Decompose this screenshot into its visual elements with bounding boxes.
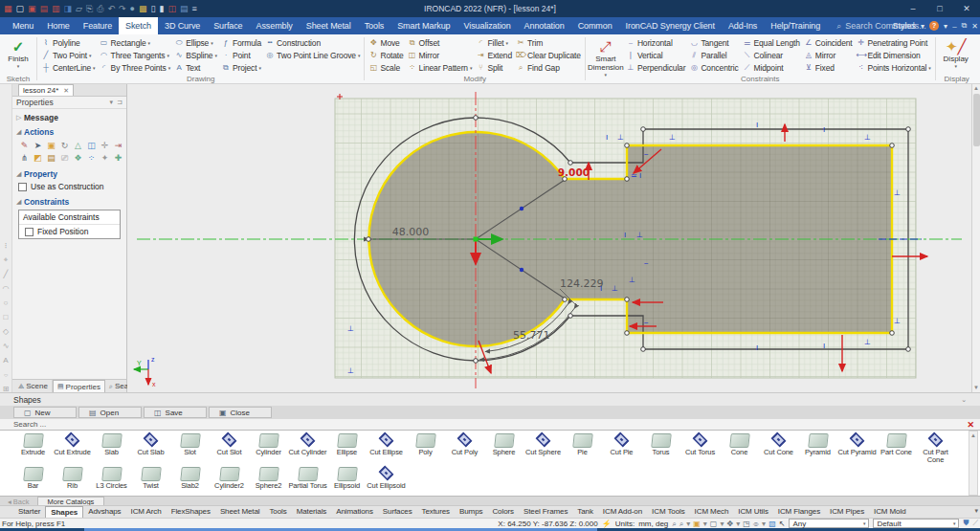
catalog-item-cut-part-cone[interactable]: Cut Part Cone xyxy=(916,431,955,464)
catalog-tab-animations[interactable]: Animations xyxy=(331,506,378,518)
ribbon-item-extend[interactable]: ⇥Extend xyxy=(474,49,514,61)
dimension-9[interactable]: 9.000 xyxy=(558,166,590,178)
catalog-item-cut-ellipse[interactable]: Cut Ellipse xyxy=(367,431,406,464)
ribbon-item-scale[interactable]: ◱Scale xyxy=(367,61,405,74)
catalog-scrollbar[interactable]: ▲ xyxy=(969,431,978,496)
pin-icon[interactable]: ⊐ xyxy=(117,99,122,106)
ribbon-item-text[interactable]: AText xyxy=(172,61,219,74)
strip-tool-icon[interactable]: ⌔ xyxy=(4,371,9,379)
qat-icon[interactable]: ◫ xyxy=(167,4,176,13)
qat-icon[interactable]: ▦ xyxy=(4,4,12,13)
strip-tool-icon[interactable]: ╱ xyxy=(4,271,9,278)
ribbon-item-edit-dimension[interactable]: ⟷Edit Dimension xyxy=(855,49,933,61)
catalog-item-poly[interactable]: Poly xyxy=(406,431,445,464)
action-icon[interactable]: ▤ xyxy=(45,152,57,164)
catalog-item-slab[interactable]: Slab xyxy=(92,431,131,464)
ribbon-item-colinear[interactable]: ⟍Colinear xyxy=(741,49,802,61)
ribbon-item-project[interactable]: ⧉Project▾ xyxy=(219,61,263,74)
chevron-down-icon[interactable]: ▾ xyxy=(110,99,114,106)
ribbon-item-parallel[interactable]: ⫽Parallel xyxy=(687,49,740,61)
ribbon-item-points-horizontal[interactable]: ⁖Points Horizontal▾ xyxy=(855,61,933,74)
action-icon[interactable]: ✛ xyxy=(99,140,111,151)
catalog-item-cut-sphere[interactable]: Cut Sphere xyxy=(523,431,563,464)
ribbon-item-tangent[interactable]: ◡Tangent xyxy=(687,36,740,49)
sketch-canvas[interactable]: 48.000 124.229 55.771 9.000 xyxy=(127,84,971,392)
catalog-tab-icm-utils[interactable]: ICM Utils xyxy=(733,506,773,518)
doc-minimize-icon[interactable]: – xyxy=(952,22,956,31)
catalog-item-cut-extrude[interactable]: Cut Extrude xyxy=(53,431,92,464)
catalog-tab-surfaces[interactable]: Surfaces xyxy=(378,506,417,518)
status-icon[interactable]: ▣ xyxy=(693,520,701,528)
tab-home[interactable]: Home xyxy=(40,17,77,34)
catalog-item-pyramid[interactable]: Pyramid xyxy=(798,431,837,464)
action-icon[interactable]: ◫ xyxy=(85,140,98,151)
catalog-tab-icm-mech[interactable]: ICM Mech xyxy=(690,506,734,518)
ribbon-item-by-three-points[interactable]: ◜By Three Points▾ xyxy=(98,61,173,74)
tab-add-ins[interactable]: Add-Ins xyxy=(722,17,764,34)
ribbon-item-construction[interactable]: ╍Construction xyxy=(263,36,362,49)
ribbon-item-mirror[interactable]: ◫Mirror xyxy=(406,49,475,61)
ribbon-item-penetrating-point[interactable]: ✛Penetrating Point xyxy=(855,36,933,49)
ribbon-item-fillet[interactable]: ◜Fillet▾ xyxy=(474,36,514,49)
catalog-tab-tank[interactable]: Tank xyxy=(572,506,598,518)
qat-icon[interactable]: ↷ xyxy=(119,4,126,13)
action-icon[interactable]: ⎚ xyxy=(58,152,71,164)
ribbon-item-two-point-line-groove[interactable]: ◎Two Point Line Groove▾ xyxy=(263,49,362,61)
ribbon-item-point[interactable]: ·Point xyxy=(219,49,263,61)
styles-caret-icon[interactable]: ▾ xyxy=(921,22,924,31)
close-button[interactable]: ▣Close xyxy=(209,407,272,418)
help-caret-icon[interactable]: ▾ xyxy=(944,22,947,31)
ribbon-item-three-tangents[interactable]: ◠Three Tangents▾ xyxy=(98,49,173,61)
ribbon-item-linear-pattern[interactable]: ⁘Linear Pattern▾ xyxy=(406,61,475,74)
qat-icon[interactable]: ▣ xyxy=(28,4,36,13)
canvas-scrollbar[interactable]: ▲ ▼ xyxy=(971,84,980,392)
tab-menu[interactable]: Menu xyxy=(6,17,40,34)
catalog-tab-icm-arch[interactable]: ICM Arch xyxy=(126,506,167,518)
status-icon[interactable]: ▾ xyxy=(686,520,690,528)
status-icon[interactable]: ▾ xyxy=(720,520,724,528)
scroll-up-icon[interactable]: ▲ xyxy=(972,84,980,93)
open-button[interactable]: ▤Open xyxy=(78,407,142,418)
panel-tab-properties[interactable]: ▤Properties xyxy=(53,380,105,392)
catalog-item-cut-poly[interactable]: Cut Poly xyxy=(445,431,484,464)
ribbon-item-move[interactable]: ✥Move xyxy=(367,36,405,49)
tab-ironcad-synergy-client[interactable]: IronCAD Synergy Client xyxy=(619,17,722,34)
ribbon-item-clear-duplicate[interactable]: ⌦Clear Duplicate xyxy=(514,49,583,61)
finish-button[interactable]: ✓ Finish ▾ xyxy=(2,36,34,69)
tab-annotation[interactable]: Annotation xyxy=(518,17,571,34)
qat-icon[interactable]: ▤ xyxy=(180,4,189,13)
minimize-icon[interactable]: – xyxy=(900,0,926,17)
style-select[interactable]: Default ▾ xyxy=(873,519,959,528)
qat-icon[interactable]: ▩ xyxy=(139,4,147,13)
ribbon-item-ellipse[interactable]: ⬭Ellipse▾ xyxy=(172,36,219,49)
action-icon[interactable]: ✦ xyxy=(99,152,111,164)
catalog-tab-bumps[interactable]: Bumps xyxy=(455,506,487,518)
ribbon-item-coincident[interactable]: ∠Coincident xyxy=(802,36,855,49)
catalog-tab-sheet-metal[interactable]: Sheet Metal xyxy=(215,506,265,518)
ribbon-item-horizontal[interactable]: ⎯Horizontal xyxy=(624,36,688,49)
clear-search-icon[interactable]: ✕ xyxy=(967,420,974,430)
status-icon[interactable]: ↖ xyxy=(779,520,786,528)
catalog-item-torus[interactable]: Torus xyxy=(641,431,680,464)
strip-tool-icon[interactable]: ⌖ xyxy=(4,256,9,264)
catalog-item-slab2[interactable]: Slab2 xyxy=(170,464,210,490)
catalog-item-sphere[interactable]: Sphere xyxy=(484,431,523,464)
dimension-124[interactable]: 124.229 xyxy=(560,277,604,290)
section-message[interactable]: ▷ Message xyxy=(12,111,126,123)
catalog-item-part-cone[interactable]: Part Cone xyxy=(877,431,916,464)
catalog-tab-materials[interactable]: Materials xyxy=(292,506,332,518)
catalog-item-cylinder2[interactable]: Cylinder2 xyxy=(210,464,249,490)
new-button[interactable]: ▢New xyxy=(13,407,77,418)
action-icon[interactable]: ⇥ xyxy=(112,140,124,151)
action-icon[interactable]: ✎ xyxy=(18,140,31,151)
catalog-tab-icm-flanges[interactable]: ICM Flanges xyxy=(773,506,825,518)
qat-icon[interactable]: ↶ xyxy=(107,4,115,13)
tab-tools[interactable]: Tools xyxy=(358,17,391,34)
catalog-item-cut-pyramid[interactable]: Cut Pyramid xyxy=(837,431,877,464)
dimension-55[interactable]: 55.771 xyxy=(513,329,550,342)
document-tab[interactable]: lesson 24* ✕ xyxy=(18,84,74,96)
catalog-item-sphere2[interactable]: Sphere2 xyxy=(249,464,288,490)
catalog-item-cut-slab[interactable]: Cut Slab xyxy=(131,431,170,464)
catalog-item-partial-torus[interactable]: Partial Torus xyxy=(288,464,327,490)
tab-assembly[interactable]: Assembly xyxy=(250,17,300,34)
